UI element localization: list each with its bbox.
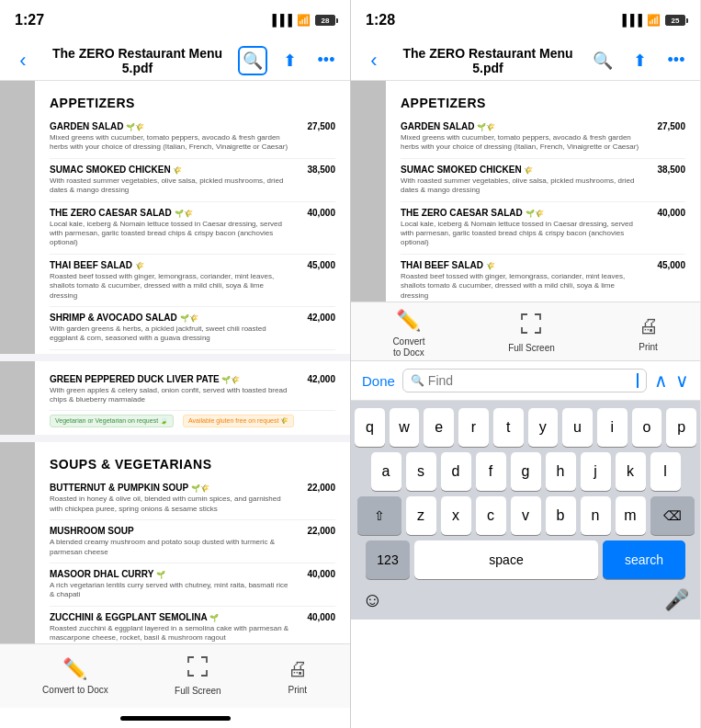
key-b[interactable]: b — [546, 496, 576, 535]
emoji-button[interactable]: ☺ — [362, 588, 382, 612]
item-price: 38,500 — [299, 165, 335, 175]
status-icons-right: ▐▐▐ 📶 25 — [618, 14, 685, 27]
convert-button-right[interactable]: ✏️ Convertto Docx — [392, 309, 424, 358]
key-f[interactable]: f — [476, 452, 506, 491]
key-x[interactable]: x — [441, 496, 471, 535]
home-indicator-left — [0, 708, 350, 728]
key-space[interactable]: space — [414, 540, 598, 579]
menu-item: MUSHROOM SOUP A blended creamy mushroom … — [50, 520, 335, 563]
fullscreen-button-right[interactable]: Full Screen — [508, 313, 555, 354]
item-name: SHRIMP & AVOCADO SALAD 🌱🌾 — [50, 313, 291, 323]
item-desc: With roasted summer vegetables, olive sa… — [401, 176, 641, 196]
key-d[interactable]: d — [441, 452, 471, 491]
fullscreen-label-right: Full Screen — [508, 343, 555, 354]
key-k[interactable]: k — [616, 452, 646, 491]
item-desc: Mixed greens with cucumber, tomato peppe… — [50, 133, 291, 153]
key-j[interactable]: j — [581, 452, 611, 491]
key-search[interactable]: search — [603, 540, 685, 579]
item-price: 40,000 — [299, 569, 335, 579]
key-e[interactable]: e — [424, 408, 454, 447]
prev-result-button[interactable]: ∧ — [654, 370, 668, 392]
item-name: GREEN PEPPERED DUCK LIVER PATE 🌱🌾 — [50, 374, 291, 384]
item-name: BUTTERNUT & PUMPKIN SOUP 🌱🌾 — [50, 483, 291, 493]
key-num[interactable]: 123 — [366, 540, 410, 579]
back-button-right[interactable]: ‹ — [360, 49, 388, 73]
key-s[interactable]: s — [406, 452, 436, 491]
item-desc: Mixed greens with cucumber, tomato peppe… — [401, 133, 641, 153]
item-name: GARDEN SALAD 🌱🌾 — [401, 121, 641, 131]
key-c[interactable]: c — [476, 496, 506, 535]
menu-item: THAI BEEF SALAD 🌾 Roasted beef tossed wi… — [401, 255, 685, 301]
menu-item: BUTTERNUT & PUMPKIN SOUP 🌱🌾 Roasted in h… — [50, 477, 335, 520]
item-price: 38,500 — [649, 165, 685, 175]
wifi-icon: 📶 — [297, 14, 311, 27]
menu-item: THE ZERO CAESAR SALAD 🌱🌾 Local kale, ice… — [50, 202, 335, 255]
print-icon-left: 🖨 — [288, 657, 308, 681]
fullscreen-button-left[interactable]: Full Screen — [175, 656, 221, 697]
search-button-right[interactable]: 🔍 — [588, 46, 617, 75]
soups-content: SOUPS & VEGETARIANS BUTTERNUT & PUMPKIN … — [35, 442, 350, 643]
menu-item: ZUCCHINI & EGGPLANT SEMOLINA 🌱 Roasted z… — [50, 607, 335, 643]
key-n[interactable]: n — [581, 496, 611, 535]
note-line: Vegetarian or Vegetarian on request 🍃 Av… — [50, 411, 335, 431]
nav-bar-right: ‹ The ZERO Restaurant Menu 5.pdf 🔍 ⬆ ••• — [351, 40, 700, 81]
item-name: THE ZERO CAESAR SALAD 🌱🌾 — [50, 208, 291, 218]
key-h[interactable]: h — [546, 452, 576, 491]
home-bar-left — [120, 716, 231, 721]
key-w[interactable]: w — [390, 408, 420, 447]
key-a[interactable]: a — [371, 452, 401, 491]
share-button-left[interactable]: ⬆ — [275, 46, 304, 75]
key-z[interactable]: z — [406, 496, 436, 535]
keyboard: q w e r t y u i o p a s d f g h j k — [351, 401, 700, 620]
item-desc: With green apples & celery salad, onion … — [50, 386, 291, 405]
more-button-right[interactable]: ••• — [661, 46, 691, 75]
key-v[interactable]: v — [511, 496, 541, 535]
item-desc: A blended creamy mushroom and potato sou… — [50, 538, 291, 557]
section-divider — [0, 354, 350, 361]
convert-icon-left: ✏️ — [62, 657, 87, 681]
key-y[interactable]: y — [528, 408, 559, 447]
print-button-right[interactable]: 🖨 Print — [639, 314, 659, 353]
key-t[interactable]: t — [493, 408, 524, 447]
convert-button-left[interactable]: ✏️ Convert to Docx — [42, 657, 108, 696]
left-phone: 1:27 ▐▐▐ 📶 28 ‹ The ZERO Restaurant Menu… — [0, 0, 350, 728]
item-desc: Roasted in honey & olive oil, blended wi… — [50, 495, 291, 514]
key-o[interactable]: o — [632, 408, 662, 447]
menu-item: SUMAC SMOKED CHICKEN 🌾 With roasted summ… — [401, 159, 685, 202]
print-button-left[interactable]: 🖨 Print — [288, 657, 308, 696]
print-label-right: Print — [639, 342, 658, 353]
key-u[interactable]: u — [562, 408, 593, 447]
vegetarian-note: Vegetarian or Vegetarian on request 🍃 — [50, 415, 174, 427]
done-button[interactable]: Done — [362, 373, 395, 389]
keyboard-row-4: 123 space search — [355, 540, 696, 579]
more-button-left[interactable]: ••• — [311, 46, 341, 75]
next-result-button[interactable]: ∨ — [675, 370, 689, 392]
key-m[interactable]: m — [616, 496, 646, 535]
key-g[interactable]: g — [511, 452, 541, 491]
search-button-left[interactable]: 🔍 — [238, 46, 267, 75]
item-price: 45,000 — [649, 260, 685, 270]
appetizers-header: APPETIZERS — [50, 96, 335, 110]
share-button-right[interactable]: ⬆ — [625, 46, 654, 75]
key-i[interactable]: i — [597, 408, 628, 447]
key-q[interactable]: q — [355, 408, 385, 447]
soups-section: SOUPS & VEGETARIANS BUTTERNUT & PUMPKIN … — [0, 442, 350, 643]
item-price: 22,000 — [299, 483, 335, 493]
keyboard-bottom-row: ☺ 🎤 — [355, 585, 696, 616]
menu-item: GREEN PEPPERED DUCK LIVER PATE 🌱🌾 With g… — [50, 369, 335, 412]
key-l[interactable]: l — [650, 452, 681, 491]
item-price: 42,000 — [299, 374, 335, 384]
key-delete[interactable]: ⌫ — [650, 496, 695, 535]
key-r[interactable]: r — [458, 408, 489, 447]
back-button-left[interactable]: ‹ — [9, 49, 37, 73]
key-p[interactable]: p — [666, 408, 696, 447]
menu-content-right: APPETIZERS GARDEN SALAD 🌱🌾 Mixed greens … — [351, 81, 700, 301]
bottom-toolbar-left: ✏️ Convert to Docx Full Screen 🖨 Print — [0, 643, 350, 708]
item-name: THAI BEEF SALAD 🌾 — [401, 260, 641, 270]
key-shift[interactable]: ⇧ — [357, 496, 401, 535]
search-input[interactable] — [428, 373, 633, 388]
item-price: 40,000 — [299, 612, 335, 622]
keyboard-row-2: a s d f g h j k l — [355, 452, 696, 491]
mic-button[interactable]: 🎤 — [664, 588, 689, 612]
fullscreen-icon-right — [521, 313, 541, 339]
